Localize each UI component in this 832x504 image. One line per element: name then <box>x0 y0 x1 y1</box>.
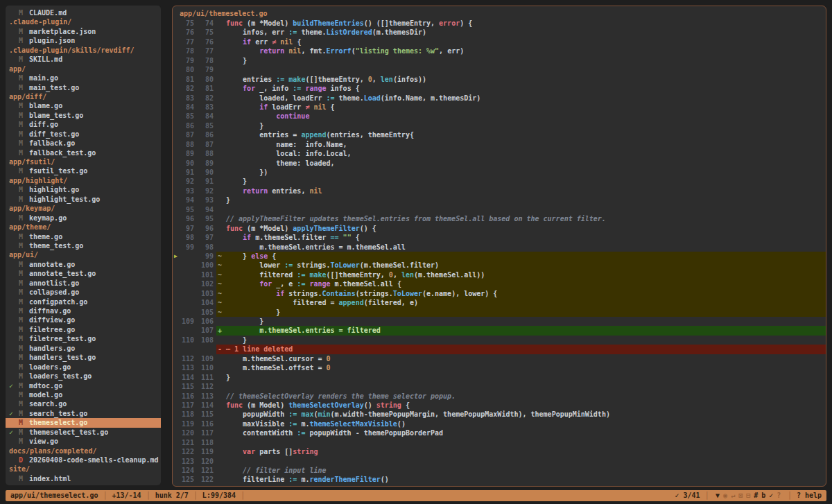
tree-file-item[interactable]: Mdiffview.go <box>6 315 161 324</box>
tree-file-item[interactable]: Mthemeselect.go <box>6 418 161 427</box>
separator: │ <box>705 490 709 501</box>
diff-line: 125122 filterLine := m.renderThemeFilter… <box>173 475 826 484</box>
tree-file-item[interactable]: Mannotate.go <box>6 260 161 269</box>
code-text: } <box>226 177 247 186</box>
code-text: m.themeSel.cursor = 0 <box>226 354 331 363</box>
change-marker <box>216 373 226 382</box>
tree-file-item[interactable]: Mhandlers_test.go <box>6 353 161 362</box>
tree-file-item[interactable]: Mindex.html <box>6 474 161 483</box>
tree-file-item[interactable]: ✓Mmdtoc.go <box>6 381 161 390</box>
tree-file-item[interactable]: Mmarketplace.json <box>6 27 161 36</box>
file-name: annotate_test.go <box>29 269 96 278</box>
tree-file-item[interactable]: ✓Mthemeselect_test.go <box>6 428 161 437</box>
tree-file-item[interactable]: Mcollapsed.go <box>6 288 161 297</box>
cursor-gutter <box>173 94 179 103</box>
status-file: app/ui/themeselect.go <box>10 490 98 501</box>
cursor-gutter <box>173 410 179 419</box>
file-status-badge: M <box>19 334 28 343</box>
tree-file-item[interactable]: Mplugin.json <box>6 36 161 45</box>
diff-line: 8685 } <box>173 121 826 130</box>
diff-line: 9493} <box>173 195 826 205</box>
code-text: name: info.Name, <box>226 140 347 149</box>
cursor-gutter <box>173 121 179 130</box>
tree-file-item[interactable]: Mloaders.go <box>6 363 161 372</box>
tree-file-item[interactable]: Mview.go <box>6 437 161 446</box>
tree-file-item[interactable]: Mhighlight_test.go <box>6 195 161 204</box>
tree-file-item[interactable]: Mblame_test.go <box>6 111 161 120</box>
new-line-number: 85 <box>196 121 214 130</box>
file-name: marketplace.json <box>29 27 96 36</box>
tree-file-item[interactable]: Mfallback.go <box>6 139 161 148</box>
tree-file-item[interactable]: Mkeymap.go <box>6 214 161 223</box>
old-line-number: 95 <box>179 205 194 214</box>
old-line-number <box>179 308 194 317</box>
tree-file-item[interactable]: Mhighlight.go <box>6 185 161 194</box>
code-text: } <box>226 56 247 65</box>
change-marker <box>216 336 226 345</box>
tree-file-item[interactable]: Mblame.go <box>6 101 161 110</box>
tree-file-item[interactable]: Mhandlers.go <box>6 344 161 353</box>
change-marker <box>216 233 226 242</box>
tree-file-item[interactable]: Mconfigpatch.go <box>6 297 161 306</box>
tree-file-item[interactable]: Mannotlist.go <box>6 279 161 288</box>
cursor-gutter <box>173 317 179 326</box>
tree-file-item[interactable]: MCLAUDE.md <box>6 8 161 17</box>
line-body: for _, info := range infos { <box>216 84 826 93</box>
code-text: func (m Model) themeSelectOverlay() stri… <box>226 401 410 410</box>
file-status-badge: M <box>19 260 28 269</box>
diff-line: 9796func (m *Model) applyThemeFilter() { <box>173 224 826 233</box>
tree-file-item[interactable]: Mdiff.go <box>6 120 161 129</box>
return-icon: ↵ <box>731 492 735 499</box>
new-line-number: 105 <box>196 308 214 317</box>
cursor-gutter <box>173 345 179 354</box>
tree-file-item[interactable]: Mtheme.go <box>6 232 161 241</box>
tree-file-item[interactable]: Mdiff_test.go <box>6 130 161 139</box>
separator: │ <box>146 490 150 501</box>
new-line-number: 79 <box>196 65 214 74</box>
line-body: } <box>216 373 826 382</box>
code-text: m.themeSel.entries = filtered <box>226 326 381 335</box>
tree-file-item[interactable]: Mdiffnav.go <box>6 306 161 315</box>
diff-deleted-lines-marker: - ⋯ 1 line deleted <box>173 345 826 354</box>
code-text: m.themeSel.offset = 0 <box>226 363 331 372</box>
tree-file-item[interactable]: Mtheme_test.go <box>6 241 161 250</box>
old-line-number: 93 <box>179 186 194 195</box>
new-line-number: 121 <box>196 466 214 475</box>
line-body: infos, err := theme.ListOrdered(m.themes… <box>216 28 826 37</box>
tree-file-item[interactable]: ✓Msearch_test.go <box>6 409 161 418</box>
old-line-number: 94 <box>179 195 194 205</box>
tree-file-item[interactable]: Mmodel.go <box>6 390 161 399</box>
tree-file-item[interactable]: Mannotate_test.go <box>6 269 161 278</box>
tree-file-item[interactable]: Mloaders_test.go <box>6 372 161 381</box>
line-body: + m.themeSel.entries = filtered <box>216 326 826 335</box>
tree-file-item[interactable]: Mfiletree.go <box>6 325 161 334</box>
diff-line: 107+ m.themeSel.entries = filtered <box>173 326 826 335</box>
tree-file-item[interactable]: Mfiletree_test.go <box>6 334 161 343</box>
letter-b-icon: b <box>761 492 765 499</box>
tree-file-item[interactable]: Mmain.go <box>6 73 161 82</box>
file-status-badge: M <box>19 8 28 17</box>
file-name: model.go <box>29 390 62 399</box>
file-tree: MCLAUDE.md.claude-plugin/Mmarketplace.js… <box>6 8 161 483</box>
change-marker <box>216 94 226 103</box>
file-name: main_test.go <box>29 83 79 92</box>
diff-line: 115112 <box>173 382 826 391</box>
tree-file-item[interactable]: Mfsutil_test.go <box>6 166 161 175</box>
tree-file-item[interactable]: Mfallback_test.go <box>6 148 161 157</box>
old-line-number: 124 <box>179 466 194 475</box>
file-status-badge: M <box>19 381 28 390</box>
code-text: infos, err := theme.ListOrdered(m.themes… <box>226 28 426 37</box>
tree-file-item[interactable]: Mmain_test.go <box>6 83 161 92</box>
tree-file-item[interactable]: MSKILL.md <box>6 55 161 64</box>
tree-file-item[interactable]: D20260408-code-smells-cleanup.md <box>6 455 161 464</box>
diff-line: 7574func (m *Model) buildThemeEntries() … <box>173 19 826 28</box>
diff-line: 113110 m.themeSel.offset = 0 <box>173 363 826 372</box>
tree-dir-header: app/keymap/ <box>6 204 161 213</box>
tree-file-item[interactable]: Msearch.go <box>6 399 161 408</box>
cursor-gutter <box>173 149 179 158</box>
diff-line: 7776 if err ≠ nil { <box>173 37 826 46</box>
line-body: ~ if strings.Contains(strings.ToLower(e.… <box>216 289 826 298</box>
old-line-number <box>179 345 194 354</box>
line-body: name: info.Name, <box>216 140 826 149</box>
line-body: func (m Model) themeSelectOverlay() stri… <box>216 401 826 410</box>
